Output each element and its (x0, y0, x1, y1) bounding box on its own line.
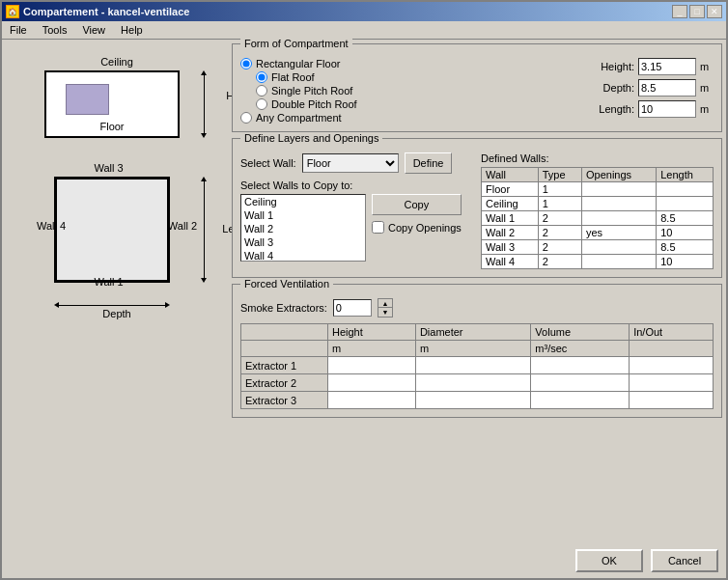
table-cell: Floor (482, 182, 539, 197)
wall-diagram: Wall 3 Wall 1 Wall 4 Wall 2 Depth Length (35, 157, 199, 331)
menu-tools[interactable]: Tools (39, 23, 71, 37)
table-cell: Wall 4 (482, 255, 539, 269)
copy-button[interactable]: Copy (372, 194, 462, 215)
smoke-input[interactable] (333, 299, 372, 317)
maximize-button[interactable]: □ (689, 5, 705, 18)
table-cell (581, 211, 656, 226)
table-row: Extractor 2 (241, 374, 714, 392)
list-item-wall3[interactable]: Wall 3 (241, 235, 365, 249)
extractor-cell[interactable] (328, 357, 416, 374)
window-title: Compartement - kancel-ventilace (23, 6, 189, 17)
flat-roof-option[interactable]: Flat Roof (256, 71, 357, 83)
extractor-col-inout: In/Out (630, 324, 714, 341)
define-button[interactable]: Define (405, 152, 453, 174)
single-pitch-option[interactable]: Single Pitch Roof (256, 85, 357, 97)
depth-input[interactable] (638, 79, 696, 97)
length-arrow-bottom-icon (201, 278, 207, 283)
layers-section: Select Wall: Floor Define Select Walls t… (240, 152, 714, 269)
wall-select[interactable]: Floor (302, 153, 399, 173)
extractor-cell[interactable] (415, 357, 530, 374)
table-cell: 10 (657, 226, 714, 240)
single-pitch-radio[interactable] (256, 85, 267, 97)
rectangular-label: Rectangular Floor (256, 58, 340, 69)
table-cell: Wall 2 (482, 226, 539, 240)
ceiling-label: Ceiling (100, 56, 133, 68)
main-window: 🏠 Compartement - kancel-ventilace _ □ ✕ … (0, 0, 728, 580)
right-panel: Form of Compartment Rectangular Floor Fl… (232, 43, 722, 539)
height-input[interactable] (638, 58, 696, 75)
rectangular-option[interactable]: Rectangular Floor (240, 58, 357, 69)
table-cell: Wall 1 (482, 211, 539, 226)
extractor-cell[interactable] (415, 374, 530, 392)
extractor-cell[interactable] (630, 392, 714, 409)
length-unit: m (700, 103, 714, 115)
extractor-cell[interactable] (531, 392, 630, 409)
wall2-label: Wall 2 (168, 220, 197, 232)
table-cell: yes (581, 226, 656, 240)
floor-label: Floor (99, 121, 124, 132)
extractor-cell[interactable] (630, 357, 714, 374)
ventilation-top: Smoke Extractors: ▲ ▼ (240, 298, 714, 318)
walls-listbox[interactable]: Ceiling Wall 1 Wall 2 Wall 3 Wall 4 (240, 194, 366, 262)
dimension-group: Height: m Depth: m Length: m (586, 58, 714, 124)
left-panel: Ceiling Floor Height Wall 3 Wall 1 Wal (6, 43, 228, 539)
table-cell: 8.5 (657, 211, 714, 226)
extractor-col-volume: Volume (531, 324, 630, 341)
extractor-cell[interactable] (531, 374, 630, 392)
col-length: Length (657, 168, 714, 182)
extractor-name: Extractor 3 (241, 392, 328, 409)
copy-section: Select Walls to Copy to: Ceiling Wall 1 … (240, 180, 473, 262)
extractor-name: Extractor 1 (241, 357, 328, 374)
spinner-up-button[interactable]: ▲ (378, 299, 392, 308)
menubar: File Tools View Help (2, 21, 726, 40)
height-dim-label: Height: (586, 61, 634, 72)
menu-view[interactable]: View (78, 23, 109, 37)
spinner-down-button[interactable]: ▼ (378, 308, 392, 317)
extractor-cell[interactable] (328, 374, 416, 392)
walls-table-header-row: Wall Type Openings Length (482, 168, 714, 182)
table-cell: 1 (538, 197, 581, 211)
double-pitch-radio[interactable] (256, 98, 267, 110)
app-icon: 🏠 (6, 5, 19, 18)
depth-line (59, 305, 165, 306)
ceiling-floor-diagram: Ceiling Floor Height (35, 51, 199, 148)
length-input[interactable] (638, 100, 696, 118)
any-compartment-radio[interactable] (240, 112, 252, 124)
col-wall: Wall (482, 168, 539, 182)
minimize-button[interactable]: _ (672, 5, 687, 18)
menu-file[interactable]: File (6, 23, 31, 37)
extractor-cell[interactable] (415, 392, 530, 409)
cancel-button[interactable]: Cancel (651, 549, 718, 572)
wall3-label: Wall 3 (94, 162, 123, 174)
list-item-wall2[interactable]: Wall 2 (241, 222, 365, 235)
flat-roof-radio[interactable] (256, 71, 267, 83)
extractor-cell[interactable] (630, 374, 714, 392)
extractor-sub-height: m (328, 341, 416, 357)
extractor-col-name (241, 324, 328, 341)
single-pitch-label: Single Pitch Roof (271, 85, 352, 97)
double-pitch-label: Double Pitch Roof (271, 98, 357, 110)
extractor-table: Height Diameter Volume In/Out m m m³/sec (240, 323, 714, 409)
rectangular-radio[interactable] (240, 58, 252, 69)
any-compartment-option[interactable]: Any Compartment (240, 112, 357, 124)
height-indicator (201, 70, 207, 138)
extractor-cell[interactable] (531, 357, 630, 374)
extractor-cell[interactable] (328, 392, 416, 409)
list-item-wall1[interactable]: Wall 1 (241, 208, 365, 222)
extractor-sub-diameter: m (415, 341, 530, 357)
close-button[interactable]: ✕ (707, 5, 722, 18)
col-openings: Openings (581, 168, 656, 182)
table-cell: 2 (538, 226, 581, 240)
length-dim-label: Length: (586, 103, 634, 115)
double-pitch-option[interactable]: Double Pitch Roof (256, 98, 357, 110)
ok-button[interactable]: OK (575, 549, 643, 572)
spinner[interactable]: ▲ ▼ (378, 298, 393, 318)
table-cell: 10 (657, 255, 714, 269)
table-row: Wall 22yes10 (482, 226, 714, 240)
list-item-ceiling[interactable]: Ceiling (241, 195, 365, 208)
menu-help[interactable]: Help (117, 23, 147, 37)
list-item-wall4[interactable]: Wall 4 (241, 249, 365, 262)
titlebar: 🏠 Compartement - kancel-ventilace _ □ ✕ (2, 2, 726, 21)
table-cell: 8.5 (657, 240, 714, 255)
copy-openings-checkbox[interactable] (372, 221, 384, 234)
